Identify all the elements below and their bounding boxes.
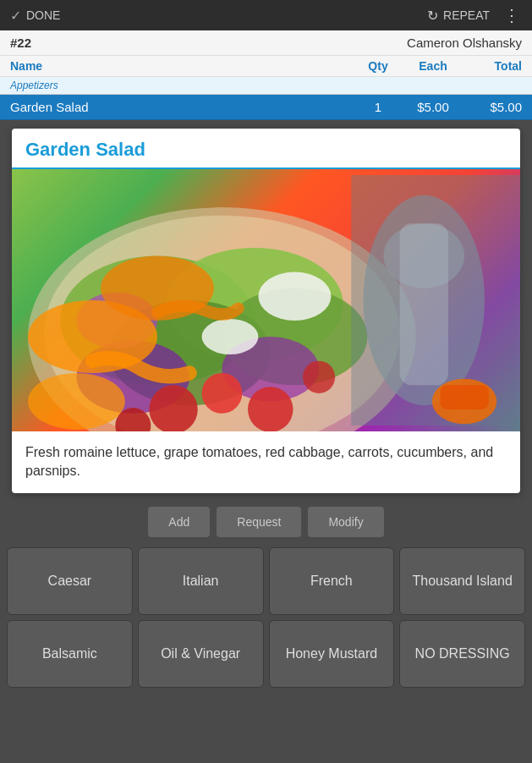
dressing-button-italian[interactable]: Italian: [138, 547, 264, 615]
col-header-total: Total: [463, 59, 522, 73]
mid-buttons-row: Add Request Modify: [0, 502, 532, 542]
table-header: Name Qty Each Total: [0, 56, 532, 77]
repeat-button[interactable]: ↻ REPEAT: [427, 8, 490, 24]
dressing-button-caesar[interactable]: Caesar: [7, 547, 133, 615]
item-total: $5.00: [463, 100, 522, 114]
top-bar: ✓ DONE ↻ REPEAT ⋮: [0, 0, 532, 30]
request-button[interactable]: Request: [217, 507, 301, 537]
detail-title: Garden Salad: [12, 129, 520, 169]
dressing-button-oil-vinegar[interactable]: Oil & Vinegar: [138, 620, 264, 688]
svg-rect-22: [400, 223, 448, 385]
checkmark-icon: ✓: [10, 8, 21, 24]
svg-point-11: [28, 373, 125, 430]
svg-point-18: [202, 319, 259, 354]
dressing-button-honey-mustard[interactable]: Honey Mustard: [269, 620, 395, 688]
dressing-grid: CaesarItalianFrenchThousand IslandBalsam…: [0, 542, 532, 693]
done-label: DONE: [26, 8, 60, 22]
dressing-button-french[interactable]: French: [269, 547, 395, 615]
category-row: Appetizers: [0, 77, 532, 95]
done-button[interactable]: ✓ DONE: [10, 8, 60, 24]
detail-image: [12, 169, 520, 431]
col-header-name: Name: [10, 59, 353, 73]
detail-card: Garden Salad: [12, 129, 520, 493]
svg-point-17: [258, 272, 331, 321]
col-header-qty: Qty: [353, 59, 403, 73]
col-header-each: Each: [403, 59, 463, 73]
item-each: $5.00: [403, 100, 463, 114]
item-qty: 1: [353, 100, 403, 114]
customer-name: Cameron Olshansky: [407, 36, 522, 50]
dressing-button-thousand-island[interactable]: Thousand Island: [399, 547, 525, 615]
svg-point-15: [248, 387, 293, 431]
order-header: #22 Cameron Olshansky: [0, 30, 532, 56]
dressing-button-no-dressing[interactable]: NO DRESSING: [399, 620, 525, 688]
top-bar-actions: ↻ REPEAT ⋮: [427, 5, 522, 25]
svg-point-13: [202, 373, 243, 414]
repeat-icon: ↻: [427, 8, 438, 24]
repeat-label: REPEAT: [443, 8, 490, 22]
modify-button[interactable]: Modify: [308, 507, 383, 537]
item-name: Garden Salad: [10, 100, 353, 114]
add-button[interactable]: Add: [148, 507, 210, 537]
svg-point-12: [149, 385, 197, 431]
salad-image-svg: [12, 169, 520, 431]
dressing-button-balsamic[interactable]: Balsamic: [7, 620, 133, 688]
svg-point-16: [303, 361, 335, 393]
order-item-row[interactable]: Garden Salad 1 $5.00 $5.00: [0, 95, 532, 120]
more-options-icon[interactable]: ⋮: [503, 5, 522, 25]
svg-rect-24: [440, 385, 488, 409]
detail-description: Fresh romaine lettuce, grape tomatoes, r…: [12, 431, 520, 493]
order-number: #22: [10, 36, 31, 50]
